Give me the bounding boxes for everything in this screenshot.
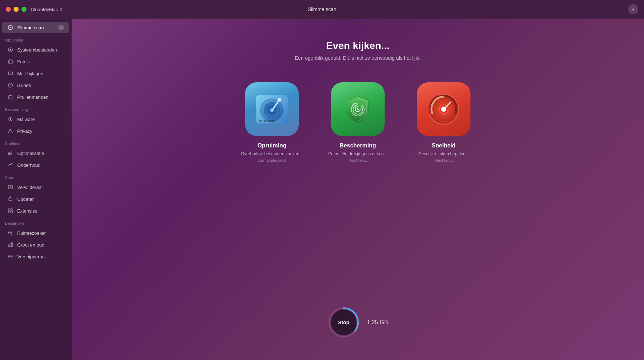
updater-label: Updater <box>17 196 34 202</box>
main-layout: Slimme scan Opruiming Systeembestanden <box>0 19 644 360</box>
ruimtezoeker-icon <box>7 230 14 236</box>
snelheid-title: Snelheid <box>432 142 456 149</box>
card-snelheid: Snelheid Geschikte taken bepalen... Wach… <box>411 82 476 162</box>
stop-button[interactable]: Stop <box>331 310 357 335</box>
mail-icon <box>7 70 14 77</box>
slimme-scan-label: Slimme scan <box>17 25 44 30</box>
optimalisatie-icon <box>7 150 14 156</box>
itunes-icon <box>7 82 14 88</box>
svg-point-4 <box>10 49 11 50</box>
page-title: Even kijken... <box>326 40 389 52</box>
speedometer-icon <box>426 91 462 127</box>
mail-bijlagen-label: Mail-bijlagen <box>17 71 43 76</box>
bescherming-title: Bescherming <box>340 142 376 149</box>
snelheid-status: Wachten... <box>434 158 453 162</box>
updater-icon <box>7 196 14 202</box>
page-subtitle: Een ogenblik geduld. Dit is niet zo eenv… <box>295 55 421 61</box>
prullenmanden-label: Prullenmanden <box>17 94 48 100</box>
optimalisatie-label: Optimalisatie <box>17 151 44 156</box>
svg-rect-7 <box>8 72 13 75</box>
sidebar-item-optimalisatie[interactable]: Optimalisatie <box>2 147 69 159</box>
malware-icon <box>7 116 14 122</box>
sidebar: Slimme scan Opruiming Systeembestanden <box>0 19 72 360</box>
sidebar-item-versnipperaar[interactable]: Versnipperaar <box>2 251 69 262</box>
app-name: CleanMyMac X <box>31 7 62 12</box>
itunes-label: iTunes <box>17 83 31 88</box>
svg-rect-27 <box>268 120 275 122</box>
sidebar-item-systeembestanden[interactable]: Systeembestanden <box>2 44 69 55</box>
scanned-size: 1,25 GB <box>367 319 388 326</box>
bescherming-status: Wachten... <box>348 158 367 162</box>
svg-rect-26 <box>264 120 267 122</box>
disk-drive-icon <box>252 89 292 129</box>
fotos-label: Foto's <box>17 59 30 64</box>
section-snelheid: Snelheid <box>0 137 71 147</box>
titlebar: CleanMyMac X Slimme scan ● <box>0 0 644 19</box>
snelheid-icon-wrap <box>417 82 470 136</box>
svg-point-6 <box>9 60 10 61</box>
window-title: Slimme scan <box>308 6 336 12</box>
sidebar-item-updater[interactable]: Updater <box>2 193 69 205</box>
bescherming-desc: Potentiële dreigingen zoeken... <box>328 151 387 157</box>
opruiming-status: com.apple.geod <box>258 158 286 162</box>
section-apps: Apps <box>0 171 71 181</box>
snelheid-desc: Geschikte taken bepalen... <box>418 151 469 157</box>
minimize-button[interactable] <box>14 7 19 12</box>
close-button[interactable] <box>6 7 11 12</box>
active-indicator <box>58 25 64 30</box>
sidebar-item-ruimtezoeker[interactable]: Ruimtezoeker <box>2 227 69 239</box>
sidebar-item-onderhoud[interactable]: Onderhoud <box>2 159 69 171</box>
svg-point-11 <box>10 119 11 120</box>
systeembestanden-icon <box>7 47 14 53</box>
smart-scan-icon <box>7 24 14 31</box>
traffic-lights <box>6 7 26 12</box>
sidebar-item-mail-bijlagen[interactable]: Mail-bijlagen <box>2 68 69 79</box>
svg-rect-25 <box>259 120 262 122</box>
privacy-label: Privacy <box>17 128 33 134</box>
stop-button-wrap: Stop <box>328 306 360 339</box>
svg-rect-17 <box>11 211 13 213</box>
trash-icon <box>7 94 14 100</box>
section-opruiming: Opruiming <box>0 34 71 44</box>
extensies-label: Extensies <box>17 208 37 214</box>
opruiming-desc: Overbodige bestanden zoeken... <box>241 151 303 157</box>
svg-point-24 <box>278 98 281 102</box>
verwijderaar-icon <box>7 184 14 190</box>
opruiming-icon-wrap <box>245 82 299 136</box>
fingerprint-shield-icon <box>342 93 374 125</box>
sidebar-item-itunes[interactable]: iTunes <box>2 79 69 91</box>
sidebar-item-prullenmanden[interactable]: Prullenmanden <box>2 91 69 103</box>
sidebar-item-malware[interactable]: Malware <box>2 113 69 125</box>
ruimtezoeker-label: Ruimtezoeker <box>17 230 46 236</box>
scan-cards: Opruiming Overbodige bestanden zoeken...… <box>240 82 476 162</box>
sidebar-item-slimme-scan[interactable]: Slimme scan <box>2 22 69 33</box>
bescherming-icon-wrap <box>331 82 385 136</box>
card-bescherming: Bescherming Potentiële dreigingen zoeken… <box>326 82 390 162</box>
stop-area: Stop 1,25 GB <box>328 306 388 339</box>
sidebar-item-privacy[interactable]: Privacy <box>2 125 69 137</box>
section-bescherming: Bescherming <box>0 103 71 113</box>
malware-label: Malware <box>17 117 35 122</box>
content-area: Even kijken... Een ogenblik geduld. Dit … <box>72 19 644 360</box>
svg-point-34 <box>442 108 445 111</box>
verwijderaar-label: Verwijderaar <box>17 185 43 190</box>
account-avatar-icon: ● <box>632 7 634 12</box>
sidebar-item-fotos[interactable]: Foto's <box>2 56 69 67</box>
svg-rect-14 <box>8 209 10 210</box>
svg-rect-15 <box>11 209 13 210</box>
versnipperaar-icon <box>7 253 14 260</box>
svg-point-1 <box>10 27 11 28</box>
maximize-button[interactable] <box>21 7 26 12</box>
section-bestanden: Bestanden <box>0 217 71 227</box>
account-icon[interactable]: ● <box>628 4 638 14</box>
opruiming-title: Opruiming <box>258 142 287 149</box>
fotos-icon <box>7 58 14 65</box>
sidebar-item-groot-en-oud[interactable]: Groot en oud <box>2 239 69 250</box>
groot-oud-icon <box>7 242 14 248</box>
sidebar-item-extensies[interactable]: Extensies <box>2 205 69 217</box>
onderhoud-icon <box>7 162 14 168</box>
systeembestanden-label: Systeembestanden <box>17 47 57 53</box>
privacy-icon <box>7 128 14 134</box>
svg-rect-9 <box>9 96 12 99</box>
sidebar-item-verwijderaar[interactable]: Verwijderaar <box>2 181 69 193</box>
